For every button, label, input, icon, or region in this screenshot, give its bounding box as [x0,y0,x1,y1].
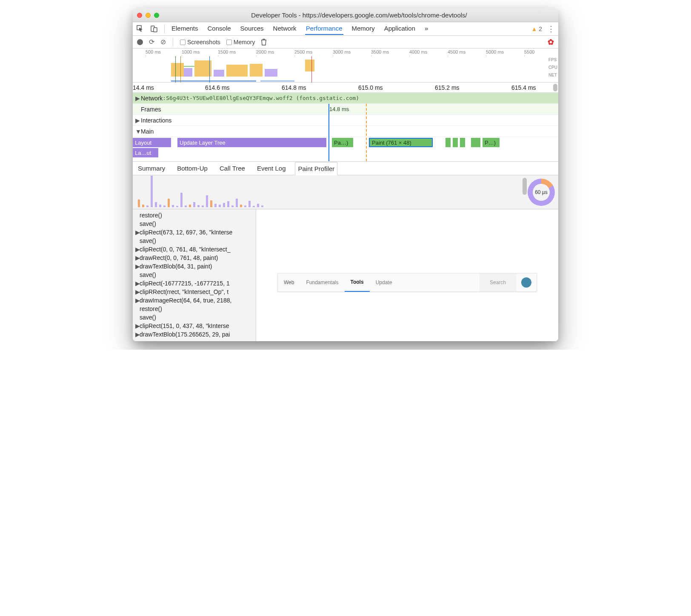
profiler-bar[interactable] [257,204,259,207]
paint-command-row[interactable]: ▶clipRect(151, 0, 437, 48, "kInterse [133,322,256,330]
minimize-icon[interactable] [146,13,151,18]
lane-network[interactable]: ▶ Network :S6g4U3t-Y5UEw0lE80llgEseQY3FE… [133,93,558,104]
profiler-bar[interactable] [244,205,246,207]
paint-command-row[interactable]: ▶drawImageRect(64, 64, true, 2188, [133,296,256,305]
subtab-call-tree[interactable]: Call Tree [217,162,248,174]
subtab-paint-profiler[interactable]: Paint Profiler [295,162,337,175]
profiler-bar[interactable] [163,205,166,207]
memory-checkbox[interactable]: Memory [226,39,255,46]
paint-command-row[interactable]: ▶drawTextBlob(64, 31, paint) [133,262,256,271]
profiler-bar[interactable] [193,202,195,207]
profiler-bar[interactable] [189,205,191,207]
paint-profiler-chart[interactable]: 60 µs [133,175,558,209]
profiler-bar[interactable] [155,202,157,207]
scrollbar-thumb[interactable] [553,84,557,91]
profiler-bar[interactable] [214,204,217,207]
profiler-bar[interactable] [172,205,174,207]
tab-network[interactable]: Network [272,23,297,35]
paint-command-row[interactable]: save() [133,220,256,228]
flame-block[interactable] [460,138,465,147]
clear-button[interactable]: ⊘ [160,38,166,46]
disclosure-triangle-icon[interactable]: ▶ [135,95,140,102]
flame-layout[interactable]: Layout [133,138,171,147]
profiler-bar[interactable] [253,206,255,207]
scrollbar-thumb[interactable] [523,178,527,195]
lane-main[interactable]: ▼ Main [133,126,558,137]
profiler-bar[interactable] [176,206,178,207]
warnings-badge[interactable]: ▲ 2 [531,26,542,32]
profiler-bar[interactable] [159,205,161,207]
lane-interactions[interactable]: ▶ Interactions [133,115,558,126]
flame-layout-nested[interactable]: La…ut [133,148,158,157]
flame-update-layer-tree[interactable]: Update Layer Tree [177,138,326,147]
tab-application[interactable]: Application [383,23,416,35]
tab-performance[interactable]: Performance [305,23,343,35]
tab-console[interactable]: Console [207,23,232,35]
detail-ruler[interactable]: 14.4 ms 614.6 ms 614.8 ms 615.0 ms 615.2… [133,83,558,93]
profiler-bar[interactable] [185,205,187,207]
paint-command-row[interactable]: save() [133,237,256,245]
close-icon[interactable] [137,13,142,18]
paint-command-list[interactable]: restore()save()▶clipRect(673, 12, 697, 3… [133,209,256,341]
tab-sources[interactable]: Sources [240,23,265,35]
paint-command-row[interactable]: restore() [133,211,256,220]
flame-block[interactable] [471,138,480,147]
flame-chart[interactable]: Layout La…ut Update Layer Tree Pa…) Pain… [133,137,558,162]
reload-button[interactable]: ⟳ [149,38,154,46]
more-icon[interactable]: ⋮ [547,24,555,34]
profiler-bar[interactable] [146,205,148,207]
profiler-bar[interactable] [240,205,242,207]
screenshots-checkbox[interactable]: Screenshots [180,39,220,46]
paint-command-row[interactable]: restore() [133,305,256,313]
separator [173,38,173,46]
paint-command-row[interactable]: save() [133,313,256,322]
profiler-bar[interactable] [248,201,251,207]
profiler-bar[interactable] [151,176,153,207]
tab-memory[interactable]: Memory [351,23,376,35]
paint-command-row[interactable]: save() [133,271,256,279]
zoom-icon[interactable] [154,13,159,18]
disclosure-triangle-icon[interactable]: ▶ [135,117,140,124]
profiler-bar[interactable] [219,205,221,207]
profiler-bar[interactable] [236,199,238,207]
profiler-bar[interactable] [223,203,225,207]
inspect-icon[interactable] [136,25,145,33]
profiler-bar[interactable] [142,205,144,207]
subtab-summary[interactable]: Summary [135,162,168,174]
flame-paint[interactable]: Pa…) [332,138,353,147]
profiler-bar[interactable] [180,193,183,207]
svg-rect-2 [154,28,157,32]
profiler-bar[interactable] [210,200,212,207]
timeline-overview[interactable]: 500 ms 1000 ms 1500 ms 2000 ms 2500 ms 3… [133,48,558,83]
profiler-bar[interactable] [202,205,204,207]
profiler-bar[interactable] [197,205,200,207]
paint-preview: Web Fundamentals Tools Update Search [277,273,537,292]
flame-paint[interactable]: P…) [483,138,500,147]
paint-command-row[interactable]: ▶clipRRect(rrect, "kIntersect_Op", t [133,288,256,296]
network-request[interactable]: :S6g4U3t-Y5UEw0lE80llgEseQY3FEmqw.woff2 … [163,95,558,101]
paint-command-row[interactable]: ▶drawRect(0, 0, 761, 48, paint) [133,254,256,262]
profiler-bar[interactable] [138,200,140,207]
disclosure-triangle-icon[interactable]: ▼ [135,128,140,135]
subtab-event-log[interactable]: Event Log [254,162,288,174]
flame-paint-selected[interactable]: Paint (761 × 48) [369,138,433,147]
subtab-bottom-up[interactable]: Bottom-Up [174,162,210,174]
profiler-bar[interactable] [168,199,170,207]
tabs-overflow-icon[interactable]: » [424,23,429,35]
lane-frames[interactable]: Frames 14.8 ms [133,104,558,115]
flame-block[interactable] [445,138,451,147]
profiler-bar[interactable] [206,195,208,207]
settings-gear-icon[interactable]: ✿ [548,37,554,47]
device-toggle-icon[interactable] [150,25,158,33]
trash-icon[interactable] [261,39,267,46]
tab-elements[interactable]: Elements [171,23,199,35]
paint-command-row[interactable]: ▶clipRect(0, 0, 761, 48, "kIntersect_ [133,245,256,254]
paint-command-row[interactable]: ▶clipRect(-16777215, -16777215, 1 [133,279,256,288]
record-button[interactable] [137,39,143,45]
paint-command-row[interactable]: ▶clipRect(673, 12, 697, 36, "kInterse [133,228,256,237]
profiler-bar[interactable] [261,205,263,207]
profiler-bar[interactable] [231,205,234,207]
paint-command-row[interactable]: ▶drawTextBlob(175.265625, 29, pai [133,330,256,339]
flame-block[interactable] [453,138,458,147]
profiler-bar[interactable] [227,201,229,207]
